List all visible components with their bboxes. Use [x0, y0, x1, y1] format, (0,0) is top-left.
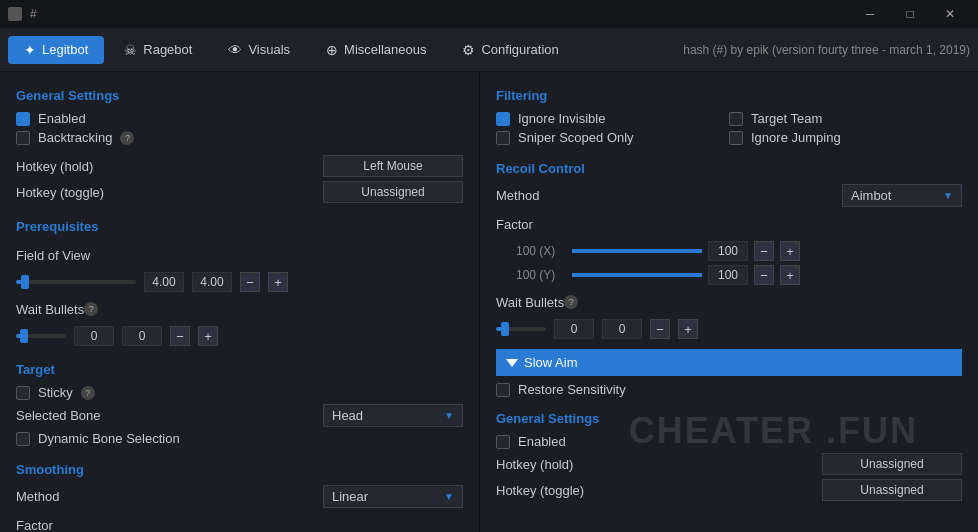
- recoil-factor-label: Factor: [496, 217, 533, 232]
- fov-label: Field of View: [16, 248, 90, 263]
- ignore-invisible-label: Ignore Invisible: [518, 111, 605, 126]
- sniper-scoped-label: Sniper Scoped Only: [518, 130, 634, 145]
- window-controls: ─ □ ✕: [850, 0, 970, 28]
- config-icon: ⚙: [462, 42, 475, 58]
- misc-icon: ⊕: [326, 42, 338, 58]
- sticky-label: Sticky: [38, 385, 73, 400]
- recoil-wait-minus[interactable]: −: [650, 319, 670, 339]
- recoil-x-minus[interactable]: −: [754, 241, 774, 261]
- recoil-x-value[interactable]: 100: [708, 241, 748, 261]
- filtering-grid: Ignore Invisible Target Team Sniper Scop…: [496, 111, 962, 145]
- gs2-enabled-checkbox[interactable]: [496, 435, 510, 449]
- smoothing-method-value: Linear: [332, 489, 368, 504]
- hotkey-toggle-value[interactable]: Unassigned: [323, 181, 463, 203]
- hotkey-hold-row: Hotkey (hold) Left Mouse: [16, 155, 463, 177]
- fov-slider-container: 4.00 4.00 − +: [16, 272, 463, 292]
- ragebot-icon: ☠: [124, 42, 137, 58]
- close-button[interactable]: ✕: [930, 0, 970, 28]
- smoothing-header: Smoothing: [16, 462, 463, 477]
- recoil-wait-value2[interactable]: 0: [602, 319, 642, 339]
- wait-bullets-minus[interactable]: −: [170, 326, 190, 346]
- titlebar: # ─ □ ✕: [0, 0, 978, 28]
- ignore-jumping-label: Ignore Jumping: [751, 130, 841, 145]
- recoil-y-plus[interactable]: +: [780, 265, 800, 285]
- sniper-scoped-item: Sniper Scoped Only: [496, 130, 729, 145]
- selected-bone-dropdown-container: Head ▼: [323, 404, 463, 427]
- filtering-header: Filtering: [496, 88, 962, 103]
- sniper-scoped-checkbox[interactable]: [496, 131, 510, 145]
- target-header: Target: [16, 362, 463, 377]
- wait-bullets-slider[interactable]: [16, 334, 66, 338]
- minimize-button[interactable]: ─: [850, 0, 890, 28]
- target-team-checkbox[interactable]: [729, 112, 743, 126]
- fov-value2[interactable]: 4.00: [192, 272, 232, 292]
- ignore-jumping-checkbox[interactable]: [729, 131, 743, 145]
- target-team-label: Target Team: [751, 111, 822, 126]
- ignore-invisible-checkbox[interactable]: [496, 112, 510, 126]
- fov-value1[interactable]: 4.00: [144, 272, 184, 292]
- sticky-help-icon[interactable]: ?: [81, 386, 95, 400]
- sticky-row: Sticky ?: [16, 385, 463, 400]
- hotkey-toggle-label: Hotkey (toggle): [16, 185, 323, 200]
- gs2-enabled-label: Enabled: [518, 434, 566, 449]
- smoothing-method-dropdown[interactable]: Linear ▼: [323, 485, 463, 508]
- dynamic-bone-checkbox[interactable]: [16, 432, 30, 446]
- selected-bone-row: Selected Bone Head ▼: [16, 404, 463, 427]
- selected-bone-label: Selected Bone: [16, 408, 323, 423]
- selected-bone-dropdown[interactable]: Head ▼: [323, 404, 463, 427]
- recoil-wait-bullets-label: Wait Bullets: [496, 295, 564, 310]
- tab-miscellaneous[interactable]: ⊕ Miscellaneous: [310, 36, 442, 64]
- fov-slider[interactable]: [16, 280, 136, 284]
- slow-aim-arrow-icon: [506, 359, 518, 367]
- recoil-x-row: 100 (X) 100 − +: [496, 241, 962, 261]
- recoil-wait-value1[interactable]: 0: [554, 319, 594, 339]
- fov-plus[interactable]: +: [268, 272, 288, 292]
- gs2-hotkey-toggle-value[interactable]: Unassigned: [822, 479, 962, 501]
- wait-bullets-value2[interactable]: 0: [122, 326, 162, 346]
- selected-bone-value: Head: [332, 408, 363, 423]
- hotkey-toggle-row: Hotkey (toggle) Unassigned: [16, 181, 463, 203]
- left-panel: General Settings Enabled Backtracking ? …: [0, 72, 480, 532]
- slow-aim-label: Slow Aim: [524, 355, 577, 370]
- bone-dropdown-arrow-icon: ▼: [444, 410, 454, 421]
- recoil-x-plus[interactable]: +: [780, 241, 800, 261]
- recoil-method-dropdown[interactable]: Aimbot ▼: [842, 184, 962, 207]
- wait-bullets-value1[interactable]: 0: [74, 326, 114, 346]
- hotkey-hold-value[interactable]: Left Mouse: [323, 155, 463, 177]
- recoil-method-label: Method: [496, 188, 842, 203]
- recoil-y-slider[interactable]: [572, 273, 702, 277]
- enabled-checkbox[interactable]: [16, 112, 30, 126]
- slow-aim-bar[interactable]: Slow Aim: [496, 349, 962, 376]
- sticky-checkbox[interactable]: [16, 386, 30, 400]
- recoil-x-slider[interactable]: [572, 249, 702, 253]
- gs2-hotkey-toggle-row: Hotkey (toggle) Unassigned: [496, 479, 962, 501]
- recoil-wait-plus[interactable]: +: [678, 319, 698, 339]
- recoil-y-label: 100 (Y): [516, 268, 566, 282]
- dynamic-bone-row: Dynamic Bone Selection: [16, 431, 463, 446]
- hotkey-hold-label: Hotkey (hold): [16, 159, 323, 174]
- main-content: CHEATER .FUN General Settings Enabled Ba…: [0, 72, 978, 532]
- enabled-label: Enabled: [38, 111, 86, 126]
- wait-bullets-help-icon[interactable]: ?: [84, 302, 98, 316]
- backtracking-help-icon[interactable]: ?: [120, 131, 134, 145]
- tab-legitbot[interactable]: ✦ Legitbot: [8, 36, 104, 64]
- recoil-y-minus[interactable]: −: [754, 265, 774, 285]
- smoothing-method-row: Method Linear ▼: [16, 485, 463, 508]
- recoil-y-value[interactable]: 100: [708, 265, 748, 285]
- recoil-wait-help-icon[interactable]: ?: [564, 295, 578, 309]
- tab-configuration[interactable]: ⚙ Configuration: [446, 36, 574, 64]
- fov-minus[interactable]: −: [240, 272, 260, 292]
- gs2-hotkey-hold-value[interactable]: Unassigned: [822, 453, 962, 475]
- tab-visuals[interactable]: 👁 Visuals: [212, 36, 306, 64]
- recoil-wait-slider[interactable]: [496, 327, 546, 331]
- smoothing-method-label: Method: [16, 489, 323, 504]
- gs2-hotkey-hold-label: Hotkey (hold): [496, 457, 822, 472]
- smoothing-factor-label: Factor: [16, 518, 53, 533]
- recoil-wait-bullets-row: Wait Bullets ?: [496, 289, 962, 315]
- wait-bullets-plus[interactable]: +: [198, 326, 218, 346]
- maximize-button[interactable]: □: [890, 0, 930, 28]
- tab-ragebot[interactable]: ☠ Ragebot: [108, 36, 208, 64]
- general-settings2-header: General Settings: [496, 411, 962, 426]
- backtracking-checkbox[interactable]: [16, 131, 30, 145]
- restore-sensitivity-checkbox[interactable]: [496, 383, 510, 397]
